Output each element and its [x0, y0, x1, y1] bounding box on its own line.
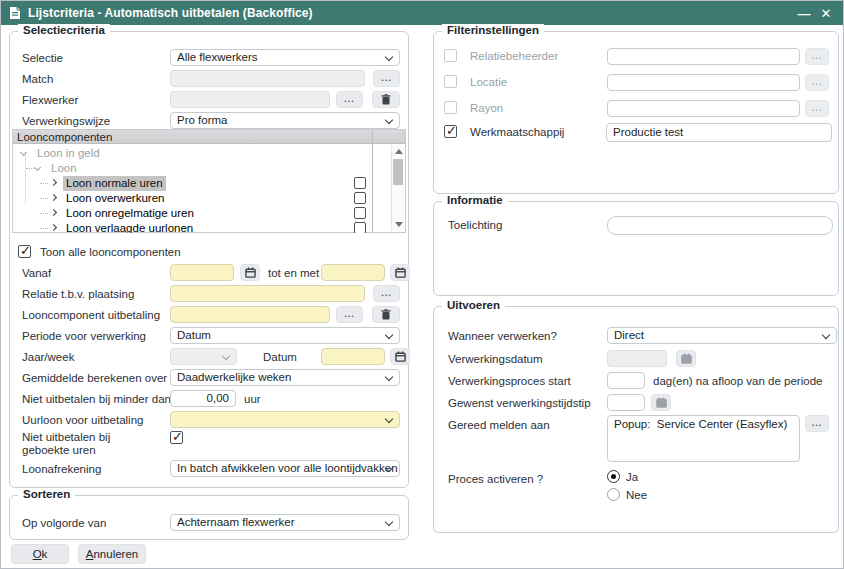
- groupbox-legend: Selectiecriteria: [18, 24, 110, 36]
- tree-item-loon-onregelmatige-uren[interactable]: Loon onregelmatige uren: [13, 206, 389, 221]
- tree-connector: [40, 183, 48, 184]
- verwerkingswijze-value: Pro forma: [177, 114, 228, 126]
- toon-alle-checkbox[interactable]: [18, 245, 31, 258]
- werkmaatschappij-checkbox[interactable]: [444, 125, 457, 138]
- collapsed-chevron-icon[interactable]: [50, 179, 57, 186]
- gemiddelde-value: Daadwerkelijke weken: [177, 371, 291, 383]
- tree-header: Looncomponenten: [13, 130, 405, 144]
- gewenst-tijdstip-input[interactable]: [607, 394, 645, 411]
- gereed-melden-textarea[interactable]: Popup: Service Center (Easyflex): [607, 415, 800, 462]
- trash-icon: [381, 94, 391, 105]
- groupbox-legend: Filterinstellingen: [442, 24, 544, 36]
- uur-unit-label: uur: [244, 391, 261, 408]
- looncomponent-uitbetaling-clear-button[interactable]: [372, 306, 400, 323]
- collapsed-chevron-icon[interactable]: [50, 194, 57, 201]
- chevron-down-icon: [222, 352, 230, 360]
- relatie-plaatsing-input[interactable]: [170, 285, 365, 302]
- tree-item-checkbox[interactable]: [354, 192, 366, 204]
- tree-item-checkbox[interactable]: [354, 207, 366, 219]
- tree-item-label: Loon overwerkuren: [66, 191, 164, 206]
- collapsed-chevron-icon[interactable]: [50, 224, 57, 231]
- tree-item-loon-overwerkuren[interactable]: Loon overwerkuren: [13, 191, 389, 206]
- expanded-chevron-icon[interactable]: [20, 149, 27, 156]
- rayon-label: Rayon: [470, 100, 503, 117]
- chevron-down-icon: [385, 53, 393, 61]
- collapsed-chevron-icon[interactable]: [50, 209, 57, 216]
- vanaf-to-calendar-button[interactable]: [390, 264, 410, 281]
- relatie-plaatsing-browse-button[interactable]: ...: [373, 285, 400, 302]
- toelichting-input[interactable]: [607, 216, 833, 235]
- rayon-input: [607, 100, 800, 117]
- verwerkingsdatum-calendar-button: [676, 350, 696, 367]
- tree-item-label: Loon in geld: [37, 146, 100, 161]
- jaar-week-select: [170, 348, 237, 365]
- document-icon: [9, 6, 21, 20]
- gemiddelde-select[interactable]: Daadwerkelijke weken: [170, 369, 400, 386]
- looncomponent-uitbetaling-browse-button[interactable]: ...: [336, 306, 363, 323]
- tree-item-loon-in-geld[interactable]: Loon in geld: [13, 146, 389, 161]
- match-input: [170, 70, 365, 87]
- gereed-melden-label: Gereed melden aan: [448, 417, 550, 434]
- wanneer-verwerken-value: Direct: [614, 329, 644, 341]
- close-button[interactable]: ✕: [815, 6, 837, 21]
- groupbox-selectiecriteria: Selectiecriteria Selectie Alle flexwerke…: [9, 31, 409, 488]
- expanded-chevron-icon[interactable]: [34, 164, 41, 171]
- toelichting-label: Toelichting: [448, 217, 502, 234]
- wanneer-verwerken-select[interactable]: Direct: [607, 327, 837, 344]
- niet-uitbetalen-geboekt-checkbox[interactable]: [170, 431, 183, 444]
- looncomponent-uitbetaling-label: Looncomponent uitbetaling: [22, 307, 160, 324]
- tot-en-met-label: tot en met: [268, 265, 319, 282]
- match-browse-button[interactable]: ...: [373, 70, 400, 87]
- looncomponent-uitbetaling-input[interactable]: [170, 306, 330, 323]
- window-title: Lijstcriteria - Automatisch uitbetalen (…: [28, 6, 313, 20]
- jaar-week-label: Jaar/week: [22, 349, 74, 366]
- scroll-up-icon[interactable]: [395, 149, 403, 154]
- tree-item-checkbox[interactable]: [354, 222, 366, 233]
- titlebar: Lijstcriteria - Automatisch uitbetalen (…: [1, 1, 844, 25]
- match-label: Match: [22, 71, 53, 88]
- chevron-down-icon: [385, 373, 393, 381]
- rayon-checkbox: [444, 101, 457, 114]
- flexwerker-clear-button[interactable]: [372, 91, 400, 108]
- tree-item-checkbox[interactable]: [354, 177, 366, 189]
- tree-item-loon-normale-uren[interactable]: Loon normale uren: [13, 176, 389, 191]
- niet-uitbetalen-minder-input[interactable]: 0,00: [170, 390, 236, 407]
- groupbox-uitvoeren: Uitvoeren Wanneer verwerken? Direct Verw…: [433, 306, 839, 533]
- tree-item-loon-verlaagde-uurlonen[interactable]: Loon verlaagde uurlonen: [13, 221, 389, 233]
- tree-item-loon[interactable]: Loon: [13, 161, 389, 176]
- datum-input[interactable]: [321, 348, 385, 365]
- op-volgorde-select[interactable]: Achternaam flexwerker: [170, 514, 400, 531]
- vanaf-label: Vanaf: [22, 265, 51, 282]
- groupbox-legend: Informatie: [442, 194, 508, 206]
- scroll-down-icon[interactable]: [395, 222, 403, 227]
- uurloon-select[interactable]: [170, 411, 400, 428]
- tree-connector: [40, 213, 48, 214]
- scrollbar-thumb[interactable]: [393, 159, 403, 185]
- selectie-select[interactable]: Alle flexwerkers: [170, 49, 400, 66]
- annuleren-button[interactable]: Annuleren: [78, 544, 146, 564]
- verwerkingsproces-start-input[interactable]: [607, 372, 645, 389]
- flexwerker-browse-button[interactable]: ...: [336, 91, 363, 108]
- loonafrekening-label: Loonafrekening: [22, 461, 101, 478]
- relatiebeheerder-browse-button: ...: [805, 48, 829, 65]
- tree-item-label: Loon verlaagde uurlonen: [66, 221, 193, 233]
- minimize-button[interactable]: —: [793, 6, 815, 21]
- gereed-melden-browse-button[interactable]: ...: [805, 415, 829, 432]
- tree-scrollbar[interactable]: [391, 145, 404, 231]
- chevron-down-icon: [822, 331, 830, 339]
- proces-activeren-ja-radio[interactable]: [607, 470, 620, 483]
- vanaf-from-calendar-button[interactable]: [240, 264, 260, 281]
- proces-activeren-nee-radio[interactable]: [607, 488, 620, 501]
- verwerkingsdatum-label: Verwerkingsdatum: [448, 351, 543, 368]
- vanaf-to-input[interactable]: [321, 264, 385, 281]
- op-volgorde-value: Achternaam flexwerker: [177, 516, 295, 528]
- periode-select[interactable]: Datum: [170, 327, 400, 344]
- datum-calendar-button[interactable]: [390, 348, 410, 365]
- chevron-down-icon: [385, 331, 393, 339]
- verwerkingswijze-select[interactable]: Pro forma: [170, 112, 400, 129]
- wanneer-verwerken-label: Wanneer verwerken?: [448, 328, 557, 345]
- werkmaatschappij-input[interactable]: Productie test: [606, 123, 832, 142]
- loonafrekening-select[interactable]: In batch afwikkelen voor alle loontijdva…: [170, 460, 400, 477]
- vanaf-from-input[interactable]: [170, 264, 234, 281]
- ok-button[interactable]: Ok: [11, 544, 69, 564]
